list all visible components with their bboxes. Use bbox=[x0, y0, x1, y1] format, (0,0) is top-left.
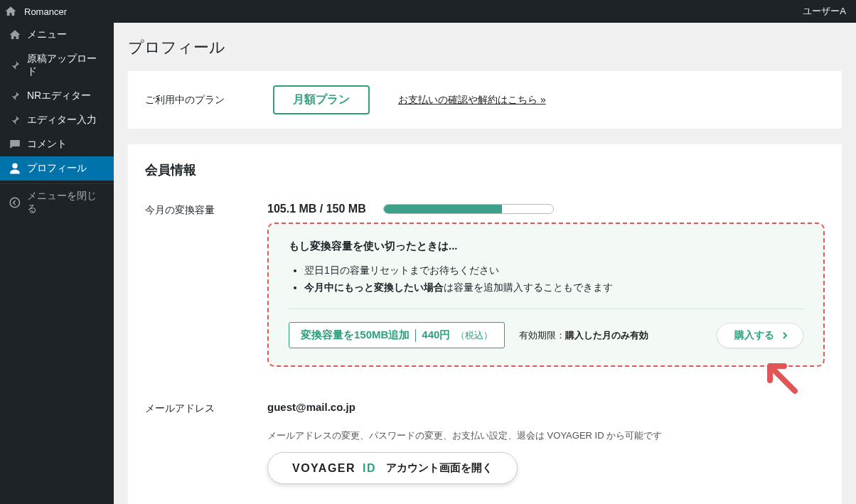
offer-main: 変換容量を150MB追加 bbox=[301, 328, 410, 342]
payment-link[interactable]: お支払いの確認や解約はこちら » bbox=[398, 94, 546, 107]
pin-icon bbox=[9, 90, 21, 102]
voyager-button-label: アカウント画面を開く bbox=[386, 461, 493, 475]
sidebar-item-label: プロフィール bbox=[27, 162, 87, 175]
admin-sidebar: メニュー 原稿アップロード NRエディター エディター入力 コメント プロフィー… bbox=[0, 23, 114, 504]
user-menu[interactable]: ユーザーA bbox=[800, 5, 849, 18]
sidebar-item-menu[interactable]: メニュー bbox=[0, 23, 114, 47]
main-content: プロフィール ご利用中のプラン 月額プラン お支払いの確認や解約はこちら » 会… bbox=[114, 23, 856, 504]
sidebar-item-nreditor[interactable]: NRエディター bbox=[0, 84, 114, 108]
sidebar-item-upload[interactable]: 原稿アップロード bbox=[0, 47, 114, 84]
chevron-right-icon bbox=[781, 332, 788, 339]
capacity-progress-bar bbox=[384, 205, 503, 213]
admin-topbar: Romancer ユーザーA bbox=[0, 0, 856, 23]
offer-validity: 有効期限：購入した月のみ有効 bbox=[519, 329, 648, 342]
plan-panel: ご利用中のプラン 月額プラン お支払いの確認や解約はこちら » bbox=[128, 71, 842, 129]
voyager-id-button[interactable]: VOYAGER ID アカウント画面を開く bbox=[267, 452, 518, 484]
member-panel: 会員情報 今月の変換容量 105.1 MB / 150 MB もし変換容量を使い… bbox=[128, 144, 842, 504]
pin-icon bbox=[9, 114, 21, 127]
sidebar-item-label: コメント bbox=[27, 138, 67, 151]
sidebar-item-label: メニュー bbox=[27, 28, 67, 41]
capacity-progress bbox=[383, 204, 554, 214]
callout-bullet-2: 今月中にもっと変換したい場合は容量を追加購入することもできます bbox=[304, 282, 803, 294]
plan-button[interactable]: 月額プラン bbox=[273, 85, 370, 114]
member-section-title: 会員情報 bbox=[145, 161, 825, 178]
callout-title: もし変換容量を使い切ったときは... bbox=[289, 240, 803, 253]
sidebar-item-label: NRエディター bbox=[27, 90, 91, 102]
collapse-icon bbox=[9, 196, 21, 209]
voyager-id-logo: VOYAGER ID bbox=[292, 462, 376, 475]
capacity-callout: もし変換容量を使い切ったときは... 翌日1日の容量リセットまでお待ちください … bbox=[267, 222, 825, 367]
sidebar-item-profile[interactable]: プロフィール bbox=[0, 156, 114, 181]
home-icon bbox=[4, 5, 17, 18]
site-name[interactable]: Romancer bbox=[21, 6, 70, 17]
pin-icon bbox=[9, 59, 21, 72]
home-icon bbox=[9, 28, 21, 41]
annotation-arrow bbox=[759, 355, 802, 401]
offer-price-sub: （税込） bbox=[456, 329, 493, 342]
sidebar-collapse[interactable]: メニューを閉じる bbox=[0, 183, 114, 221]
capacity-value: 105.1 MB / 150 MB bbox=[267, 203, 366, 215]
comment-icon bbox=[9, 138, 21, 151]
plan-label: ご利用中のプラン bbox=[145, 94, 245, 107]
page-title: プロフィール bbox=[128, 37, 842, 58]
voyager-note: メールアドレスの変更、パスワードの変更、お支払い設定、退会は VOYAGER I… bbox=[267, 429, 662, 442]
sidebar-collapse-label: メニューを閉じる bbox=[27, 190, 105, 215]
svg-point-0 bbox=[10, 198, 19, 207]
capacity-label: 今月の変換容量 bbox=[145, 203, 245, 217]
buy-button-label: 購入する bbox=[734, 329, 774, 342]
offer-box: 変換容量を150MB追加 440円 （税込） bbox=[289, 322, 505, 348]
email-value: guest@mail.co.jp bbox=[267, 401, 825, 413]
offer-price: 440円 bbox=[422, 328, 450, 342]
sidebar-item-label: 原稿アップロード bbox=[27, 53, 105, 78]
callout-bullet-1: 翌日1日の容量リセットまでお待ちください bbox=[304, 264, 803, 277]
user-icon bbox=[9, 162, 21, 175]
sidebar-item-comments[interactable]: コメント bbox=[0, 132, 114, 156]
sidebar-item-label: エディター入力 bbox=[27, 114, 97, 127]
buy-button[interactable]: 購入する bbox=[717, 323, 803, 348]
email-label: メールアドレス bbox=[145, 401, 245, 415]
sidebar-item-editorinput[interactable]: エディター入力 bbox=[0, 108, 114, 132]
